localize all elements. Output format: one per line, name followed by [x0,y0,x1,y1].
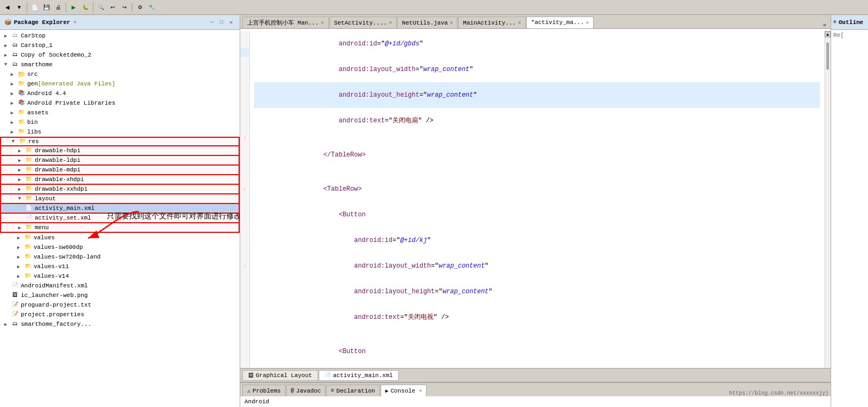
editor-tab-bar: 上宫手机控制小车 Man... ✕ SetActivity.... ✕ NetU… [240,15,831,29]
tree-label-ic-launcher: ic_launcher-web.png [21,292,88,299]
gutter-line [240,219,249,228]
tree-item-layout[interactable]: ▼ 📁 layout [0,194,240,204]
toolbar-extra1[interactable]: ⚙ [135,2,145,13]
folder-icon-src: 📁 [17,71,26,78]
tree-item-bin[interactable]: ▶ 📁 bin [0,118,240,127]
tree-arrow-layout: ▼ [18,196,25,201]
tree-item-drawable-mdpi[interactable]: ▶ 📁 drawable-mdpi [0,166,240,175]
toolbar-extra2[interactable]: 🔧 [146,2,157,13]
tree-item-ic-launcher[interactable]: 🖼 ic_launcher-web.png [0,291,240,300]
tree-item-drawable-xxhdpi[interactable]: ▶ 📁 drawable-xxhdpi [0,185,240,194]
code-line-10: android:id="@+id/kj" [254,228,820,253]
tree-item-project-props[interactable]: 📝 project.properties [0,310,240,319]
tree-item-drawable-xhdpi[interactable]: ▶ 📁 drawable-xhdpi [0,175,240,185]
tree-item-src[interactable]: ▶ 📁 src [0,69,240,79]
tree-arrow-values-sw600dp: ▶ [17,245,23,251]
toolbar-print[interactable]: 🖨 [53,2,64,13]
tree-item-res[interactable]: ▼ 📁 res [0,137,240,146]
close-panel-icon[interactable]: ✕ [227,18,235,27]
tree-item-androidprivate[interactable]: ▶ 📚 Android Private Libraries [0,98,240,108]
tree-item-values[interactable]: ▶ 📁 values [0,233,240,242]
tab-label-mainactivity: MainActivity... [463,20,516,26]
toolbar-save[interactable]: 💾 [41,2,52,13]
tree-label-gen: gen [27,81,38,87]
bottom-panel: ⚠ Problems @ Javadoc ≡ Declaration ▶ Con… [240,382,831,407]
tree-item-copysocket[interactable]: ▶ 🗂 Copy of Socketdemo_2 [0,50,240,60]
tree-label-bin: bin [27,119,38,126]
tab-mainactivity[interactable]: MainActivity... ✕ [458,17,525,28]
tab-close-activity-main[interactable]: ✕ [586,20,589,26]
tree-arrow-drawable-ldpi: ▶ [18,158,25,163]
tab-activity-xml-bottom[interactable]: 📄 activity_main.xml [319,370,399,381]
tab-close-smarthome-man[interactable]: ✕ [321,20,323,26]
toolbar-redo[interactable]: ↪ [119,2,130,13]
tree-item-gen[interactable]: ▶ 📁 gen [Generated Java Files] [0,79,240,89]
gutter-line [240,176,249,185]
tree-label-smarthome-factory: smarthome_factory... [21,321,91,327]
toolbar-run[interactable]: ▶ [68,2,79,13]
toolbar-back[interactable]: ◀ [2,2,13,13]
tree-item-activity-set[interactable]: 📄 activity_set.xml [0,214,240,223]
tree-item-assets[interactable]: ▶ 📁 assets [0,108,240,118]
folder-icon-layout: 📁 [25,195,33,202]
tree-item-smarthome[interactable]: ▼ 🗂 smarthome [0,60,240,69]
tree-item-carstop[interactable]: ▶ 🗂 CarStop [0,31,240,41]
tree-item-menu[interactable]: ▶ 📁 menu [0,223,240,233]
graphical-layout-icon: 🖼 [248,372,254,379]
folder-icon-values-v11: 📁 [23,263,32,270]
code-area: ⚠ ⚠ ⚠ [240,29,831,368]
console-tab-close[interactable]: ✕ [419,388,422,394]
tab-setactivity[interactable]: SetActivity.... ✕ [329,17,397,28]
tab-close-netutils[interactable]: ✕ [450,20,453,26]
tree-item-drawable-hdpi[interactable]: ▶ 📁 drawable-hdpi [0,146,240,156]
editor-scroll[interactable]: ⚠ ⚠ ⚠ [240,29,831,368]
toolbar-new[interactable]: 📄 [29,2,40,13]
outline-rel-label: Re[ [833,32,866,38]
tree-item-activity-main[interactable]: 📄 activity_main.xml [0,204,240,214]
tree-item-values-v11[interactable]: ▶ 📁 values-v11 [0,262,240,271]
folder-icon-drawable-hdpi: 📁 [25,147,33,154]
tree-item-values-sw720dp-land[interactable]: ▶ 📁 values-sw720dp-land [0,252,240,262]
package-icon: 📦 [4,19,12,26]
gutter-line [240,159,249,168]
minimize-icon[interactable]: — [208,18,216,27]
tree-item-smarthome-factory[interactable]: ▶ 🗂 smarthome_factory... [0,319,240,329]
tab-activity-main[interactable]: *activity_ma... ✕ [526,17,594,28]
tree-item-androidmanifest[interactable]: 📄 AndroidManifest.xml [0,281,240,291]
problems-label: Problems [252,388,281,394]
tree-item-carstop1[interactable]: ▶ 🗂 Carstop_1 [0,41,240,50]
toolbar-debug[interactable]: 🐛 [80,2,91,13]
tree-item-proguard[interactable]: 📝 proguard-project.txt [0,300,240,310]
tree-item-android44[interactable]: ▶ 📚 Android 4.4 [0,89,240,98]
tab-problems[interactable]: ⚠ Problems [242,385,286,396]
tab-label-netutils: NetUtils.java [402,20,448,26]
tree-label-activity-main: activity_main.xml [35,205,94,212]
scroll-thumb[interactable] [826,43,829,69]
tree-item-libs[interactable]: ▶ 📁 libs [0,127,240,137]
gutter-line [240,108,249,116]
tree-label-menu: menu [35,224,49,231]
maximize-icon[interactable]: □ [217,18,226,27]
tab-close-mainactivity[interactable]: ✕ [518,20,520,26]
tab-javadoc[interactable]: @ Javadoc [286,385,326,396]
tab-declaration[interactable]: ≡ Declaration [326,385,380,396]
code-line-5 [254,134,820,142]
toolbar-dropdown[interactable]: ▼ [14,2,25,13]
tab-graphical-layout[interactable]: 🖼 Graphical Layout [242,370,318,381]
tab-netutils[interactable]: NetUtils.java ✕ [397,17,457,28]
scroll-up-arrow[interactable]: ▲ [825,31,831,37]
toolbar-search[interactable]: 🔍 [96,2,106,13]
toolbar-sep-1 [27,3,27,12]
file-icon-ic-launcher: 🖼 [11,292,19,299]
tree-item-values-sw600dp[interactable]: ▶ 📁 values-sw600dp [0,242,240,252]
tab-close-setactivity[interactable]: ✕ [389,20,392,26]
tree-item-values-v14[interactable]: ▶ 📁 values-v14 [0,271,240,281]
gutter-line [240,245,249,253]
toolbar-undo[interactable]: ↩ [107,2,118,13]
editor-vscroll[interactable]: ▲ ▼ [824,31,831,368]
tree-label-drawable-hdpi: drawable-hdpi [35,147,81,154]
tree-item-drawable-ldpi[interactable]: ▶ 📁 drawable-ldpi [0,156,240,166]
tree-arrow-carstop1: ▶ [4,43,11,49]
tab-console[interactable]: ▶ Console ✕ [381,385,427,396]
tab-smarthome-man[interactable]: 上宫手机控制小车 Man... ✕ [242,17,329,28]
